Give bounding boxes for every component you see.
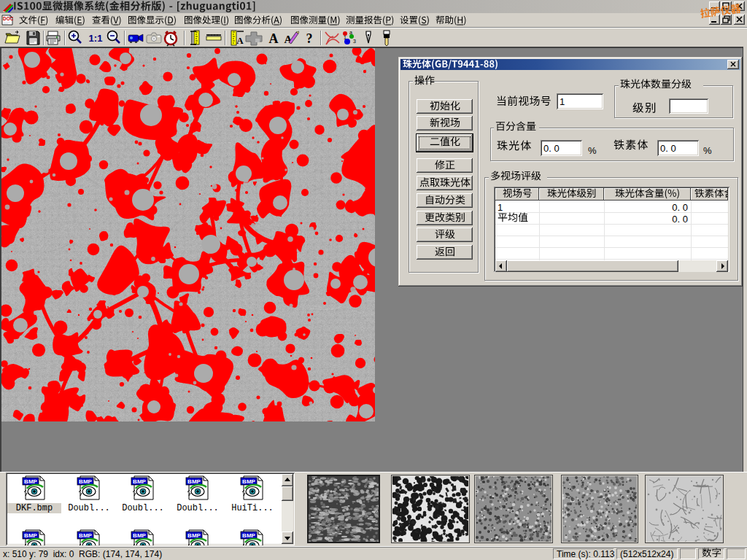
svg-text:DOC: DOC: [3, 16, 13, 21]
svg-text:3: 3: [353, 39, 356, 44]
svg-text:1: 1: [344, 35, 347, 40]
svg-text:a: a: [349, 30, 352, 35]
svg-text:A: A: [236, 35, 244, 46]
svg-text:?: ?: [306, 31, 313, 46]
svg-text:1:1: 1:1: [89, 33, 103, 44]
svg-text:A: A: [269, 31, 279, 46]
